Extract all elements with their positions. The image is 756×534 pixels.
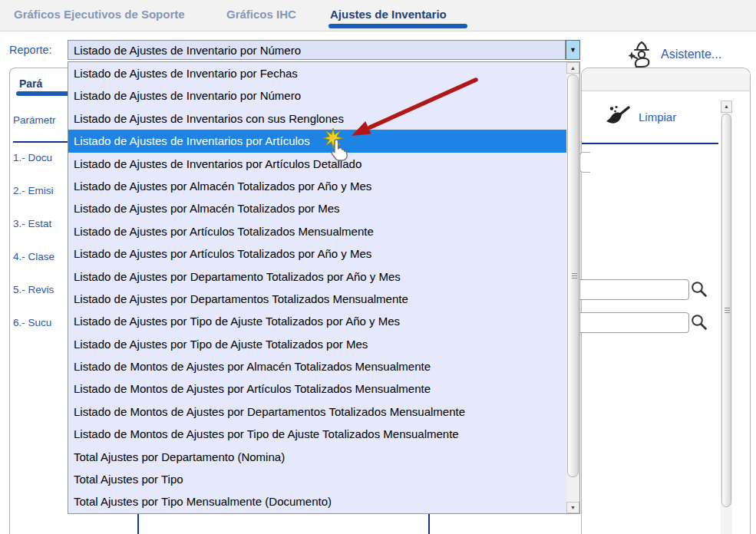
combobox-dropdown-button[interactable]: ▼ bbox=[566, 40, 580, 60]
page-scrollbar-thumb[interactable] bbox=[721, 114, 731, 507]
header-divider bbox=[13, 141, 69, 143]
parameters-header: Parámetr bbox=[13, 114, 56, 126]
field-fragment bbox=[579, 152, 590, 173]
dropdown-option[interactable]: Listado de Ajustes de Inventarios con su… bbox=[68, 107, 566, 130]
dropdown-option[interactable]: Listado de Ajustes por Artículos Totaliz… bbox=[68, 220, 566, 242]
dropdown-option[interactable]: Listado de Montos de Ajustes por Tipo de… bbox=[68, 423, 566, 445]
dropdown-option-highlighted[interactable]: Listado de Ajustes de Inventarios por Ar… bbox=[68, 130, 579, 152]
scroll-down-button[interactable]: ▼ bbox=[566, 502, 579, 513]
dropdown-option[interactable]: Listado de Montos de Ajustes por Departa… bbox=[68, 400, 566, 423]
report-combobox-value: Listado de Ajustes de Inventario por Núm… bbox=[68, 41, 565, 57]
frame-border-fragment bbox=[137, 514, 139, 534]
parameter-label-6: 6.- Sucu bbox=[13, 317, 51, 328]
tab-ajustes-inventario[interactable]: Ajustes de Inventario bbox=[330, 8, 447, 21]
dropdown-option[interactable]: Listado de Ajustes por Almacén Totalizad… bbox=[68, 175, 566, 197]
tab-parametros[interactable]: Pará bbox=[19, 77, 42, 90]
dropdown-option[interactable]: Listado de Ajustes por Almacén Totalizad… bbox=[68, 197, 566, 219]
parameter-label-4: 4.- Clase bbox=[13, 251, 54, 262]
report-label: Reporte: bbox=[9, 44, 52, 56]
scroll-up-button[interactable]: ▲ bbox=[721, 101, 732, 113]
tab-graficos-ihc[interactable]: Gráficos IHC bbox=[226, 8, 296, 21]
parameters-panel: Pará Parámetr 1.- Docu 2.- Emisi 3.- Est… bbox=[9, 68, 69, 534]
dropdown-option[interactable]: Listado de Ajustes por Tipo de Ajuste To… bbox=[68, 310, 566, 332]
dropdown-option[interactable]: Listado de Ajustes por Tipo de Ajuste To… bbox=[68, 333, 566, 355]
scrollbar-grip bbox=[725, 308, 730, 314]
search-icon[interactable] bbox=[690, 280, 708, 298]
clear-button[interactable]: Limpiar bbox=[605, 105, 676, 128]
parameters-tab-underline bbox=[16, 91, 69, 96]
scrollbar-grip bbox=[572, 273, 577, 279]
lookup-input-1[interactable] bbox=[576, 279, 689, 300]
clear-label: Limpiar bbox=[639, 110, 676, 124]
parameter-label-5: 5.- Revis bbox=[13, 284, 54, 295]
parameter-label-3: 3.- Estat bbox=[13, 218, 51, 229]
broom-icon bbox=[605, 105, 632, 128]
report-combobox[interactable]: Listado de Ajustes de Inventario por Núm… bbox=[68, 40, 566, 60]
assistant-link[interactable]: Asistente... bbox=[628, 40, 721, 69]
lookup-input-2[interactable] bbox=[576, 312, 689, 333]
search-icon[interactable] bbox=[690, 313, 708, 331]
dropdown-option[interactable]: Listado de Ajustes por Departamentos Tot… bbox=[68, 288, 566, 310]
dropdown-option[interactable]: Total Ajustes por Departamento (Nomina) bbox=[68, 446, 566, 468]
dropdown-option[interactable]: Total Ajustes por Tipo Mensualmente (Doc… bbox=[68, 490, 566, 513]
parameter-label-1: 1.- Docu bbox=[13, 152, 52, 163]
dropdown-option[interactable]: Listado de Ajustes por Artículos Totaliz… bbox=[68, 242, 566, 265]
scroll-up-button[interactable]: ▲ bbox=[566, 62, 579, 74]
dropdown-option[interactable]: Listado de Ajustes de Inventario por Núm… bbox=[68, 84, 566, 107]
frame-border-fragment bbox=[428, 514, 430, 534]
parameter-label-2: 2.- Emisi bbox=[13, 185, 54, 196]
dropdown-option[interactable]: Listado de Ajustes de Inventario por Fec… bbox=[68, 62, 566, 84]
dropdown-scrollbar-thumb[interactable] bbox=[567, 74, 579, 477]
panel-header-band bbox=[582, 68, 750, 91]
dropdown-option[interactable]: Listado de Montos de Ajustes por Almacén… bbox=[68, 355, 566, 377]
dropdown-option[interactable]: Listado de Ajustes de Inventarios por Ar… bbox=[68, 153, 566, 175]
dropdown-option[interactable]: Listado de Montos de Ajustes por Artícul… bbox=[68, 377, 566, 400]
dropdown-options: Listado de Ajustes de Inventario por Fec… bbox=[68, 62, 566, 513]
tab-graficos-ejecutivos[interactable]: Gráficos Ejecutivos de Soporte bbox=[14, 8, 185, 21]
parameters-form-panel: Limpiar ▲ bbox=[581, 68, 751, 534]
page-scrollbar[interactable]: ▲ bbox=[721, 101, 732, 534]
clear-divider bbox=[582, 143, 718, 144]
active-tab-underline bbox=[328, 24, 467, 28]
dropdown-option[interactable]: Total Ajustes por Tipo bbox=[68, 468, 566, 490]
assistant-label: Asistente... bbox=[661, 48, 721, 61]
wizard-icon bbox=[628, 40, 655, 69]
dropdown-option[interactable]: Listado de Ajustes por Departamento Tota… bbox=[68, 265, 566, 288]
dropdown-scrollbar[interactable]: ▲ ▼ bbox=[566, 62, 579, 513]
report-dropdown-list: Listado de Ajustes de Inventario por Fec… bbox=[68, 61, 580, 514]
